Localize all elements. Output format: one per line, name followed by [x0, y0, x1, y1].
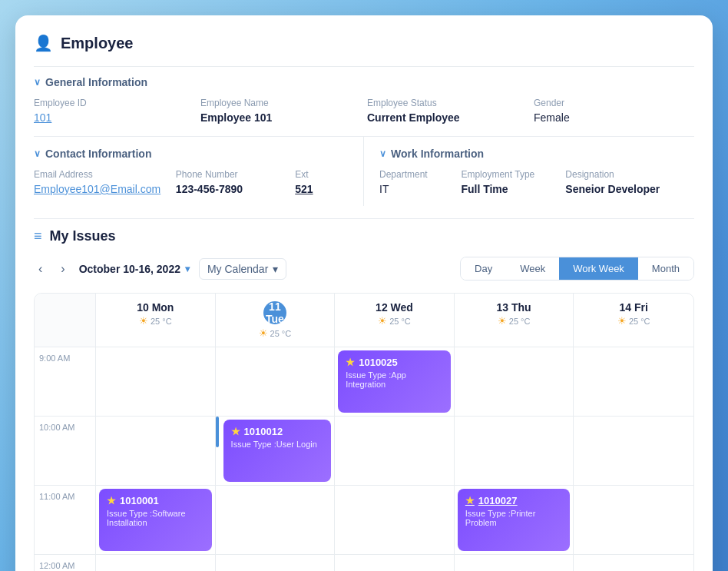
slot-9am-fri: [574, 347, 693, 417]
issue-id-1010012: ★ 1010012: [231, 426, 324, 437]
email-value[interactable]: Employee101@Email.com: [34, 183, 170, 195]
email-field: Email Address Employee101@Email.com: [34, 169, 170, 195]
slot-10am-wed: [335, 417, 455, 486]
issues-title: My Issues: [50, 228, 116, 244]
day-header-wed: 12 Wed ☀ 25 °C: [335, 294, 455, 347]
sun-icon-tue: ☀: [259, 327, 268, 339]
star-icon-3: ★: [107, 495, 116, 506]
time-label-9am: 9:00 AM: [35, 347, 96, 417]
dept-value: IT: [379, 183, 455, 195]
day-header-mon: 10 Mon ☀ 25 °C: [96, 294, 216, 347]
day-num-tue: 11 Tue: [263, 301, 286, 324]
employee-title: Employee: [61, 35, 133, 52]
prev-btn[interactable]: ‹: [34, 261, 47, 277]
contact-work-row: ∨ Contact Informartion Email Address Emp…: [34, 136, 694, 206]
slot-12am-tue: [216, 555, 336, 571]
date-range-chevron-icon: ▾: [185, 264, 190, 274]
day-num-thu: 13 Thu: [461, 301, 568, 314]
weather-fri: ☀ 25 °C: [617, 315, 650, 327]
issue-type-1010001: Issue Type :Software Installation: [107, 509, 204, 527]
employee-status-field: Employee Status Current Employee: [367, 98, 528, 124]
employee-id-value[interactable]: 101: [34, 111, 194, 124]
weather-wed: ☀ 25 °C: [378, 315, 411, 327]
temp-tue: 25 °C: [270, 329, 292, 338]
phone-value: 123-456-7890: [176, 183, 289, 195]
time-row-12am: 12:00 AM: [35, 555, 693, 571]
contact-info-label: Contact Informartion: [45, 148, 151, 160]
calendar-toolbar: ‹ › October 10-16, 2022 ▾ My Calendar ▾ …: [34, 257, 694, 281]
slot-12am-fri: [574, 555, 693, 571]
day-header-tue: 11 Tue ☀ 25 °C: [216, 294, 336, 347]
slot-9am-thu: [455, 347, 574, 417]
star-icon-4: ★: [465, 495, 475, 506]
slot-12am-thu: [455, 555, 574, 571]
issue-type-1010027: Issue Type :Printer Problem: [465, 509, 563, 527]
issue-card-1010025[interactable]: ★ 1010025 Issue Type :App Integration: [338, 350, 451, 413]
employee-name-label: Employee Name: [200, 98, 361, 108]
issue-id-1010027[interactable]: ★ 1010027: [465, 495, 563, 506]
day-header-thu: 13 Thu ☀ 25 °C: [455, 294, 574, 347]
day-num-fri: 14 Fri: [580, 301, 687, 314]
work-chevron-icon: ∨: [379, 148, 386, 159]
work-info-header: ∨ Work Informartion: [379, 148, 679, 160]
slot-9am-wed[interactable]: ★ 1010025 Issue Type :App Integration: [335, 347, 455, 417]
temp-fri: 25 °C: [629, 317, 650, 326]
work-info-label: Work Informartion: [391, 148, 484, 160]
sun-icon-mon: ☀: [139, 315, 148, 327]
slot-10am-mon: [96, 417, 216, 486]
emp-type-field: Employment Type Full Time: [461, 169, 559, 195]
weather-thu: ☀ 25 °C: [498, 315, 531, 327]
slot-11am-fri: [574, 486, 693, 555]
calendar-select[interactable]: My Calendar ▾: [199, 258, 286, 280]
emp-type-value: Full Time: [461, 183, 559, 195]
weather-tue: ☀ 25 °C: [259, 327, 292, 339]
day-num-wed: 12 Wed: [341, 301, 448, 314]
employee-status-value: Current Employee: [367, 111, 528, 124]
slot-11am-wed: [335, 486, 455, 555]
slot-11am-mon[interactable]: ★ 1010001 Issue Type :Software Installat…: [96, 486, 216, 555]
dept-field: Department IT: [379, 169, 455, 195]
ext-label: Ext: [295, 169, 348, 180]
slot-10am-tue[interactable]: ★ 1010012 Issue Type :User Login: [216, 417, 336, 486]
my-issues-header: ≡ My Issues: [34, 228, 694, 244]
ext-field: Ext 521: [295, 169, 348, 195]
time-label-11am: 11:00 AM: [35, 486, 96, 555]
weather-mon: ☀ 25 °C: [139, 315, 172, 327]
contact-section: ∨ Contact Informartion Email Address Emp…: [34, 137, 364, 206]
issue-card-1010012[interactable]: ★ 1010012 Issue Type :User Login: [223, 420, 332, 482]
gender-value: Female: [534, 111, 694, 124]
date-range[interactable]: October 10-16, 2022 ▾: [79, 263, 190, 275]
employee-name-field: Employee Name Employee 101: [200, 98, 361, 124]
slot-11am-thu[interactable]: ★ 1010027 Issue Type :Printer Problem: [455, 486, 574, 555]
issues-icon: ≡: [34, 228, 42, 244]
sun-icon-wed: ☀: [378, 315, 387, 327]
work-section: ∨ Work Informartion Department IT Employ…: [364, 137, 694, 206]
ext-value: 521: [295, 183, 348, 195]
time-label-10am: 10:00 AM: [35, 417, 96, 486]
sun-icon-thu: ☀: [498, 315, 507, 327]
time-label-12am: 12:00 AM: [35, 555, 96, 571]
chevron-icon: ∨: [34, 77, 41, 88]
tab-week[interactable]: Week: [506, 257, 559, 280]
slot-12am-mon: [96, 555, 216, 571]
slot-12am-wed: [335, 555, 455, 571]
issue-card-1010001[interactable]: ★ 1010001 Issue Type :Software Installat…: [99, 489, 212, 551]
designation-value: Seneior Developer: [565, 183, 679, 195]
tab-month[interactable]: Month: [638, 257, 693, 280]
issue-card-1010027[interactable]: ★ 1010027 Issue Type :Printer Problem: [458, 489, 571, 551]
temp-wed: 25 °C: [389, 317, 411, 326]
employee-name-value: Employee 101: [200, 111, 361, 124]
employee-status-label: Employee Status: [367, 98, 528, 108]
time-header-cell: [35, 294, 96, 347]
star-icon: ★: [346, 357, 355, 368]
star-icon-2: ★: [231, 426, 240, 437]
tab-day[interactable]: Day: [461, 257, 506, 280]
work-fields-grid: Department IT Employment Type Full Time …: [379, 169, 679, 195]
time-row-10am: 10:00 AM ★ 1010012 Issue Type :User Logi…: [35, 417, 693, 486]
designation-label: Designation: [565, 169, 679, 180]
next-btn[interactable]: ›: [56, 261, 69, 277]
time-row-11am: 11:00 AM ★ 1010001 Issue Type :Software …: [35, 486, 693, 555]
designation-field: Designation Seneior Developer: [565, 169, 679, 195]
main-card: 👤 Employee ∨ General Information Employe…: [15, 15, 713, 571]
tab-workweek[interactable]: Work Week: [559, 257, 638, 280]
